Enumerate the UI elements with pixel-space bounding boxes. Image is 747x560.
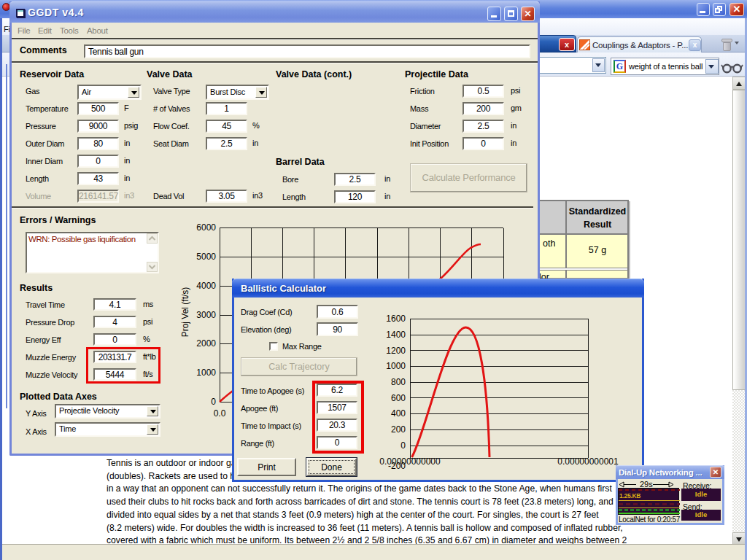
svg-text:1600: 1600 (386, 314, 406, 324)
svg-text:0: 0 (211, 397, 216, 407)
svg-text:3000: 3000 (196, 310, 216, 320)
svg-text:0: 0 (400, 440, 406, 451)
svg-text:0.0: 0.0 (214, 408, 226, 419)
svg-text:5000: 5000 (196, 252, 216, 262)
svg-text:1000: 1000 (196, 368, 216, 378)
svg-text:200: 200 (391, 424, 406, 435)
svg-text:Proj Vel (ft/s): Proj Vel (ft/s) (180, 287, 190, 338)
svg-text:1400: 1400 (386, 330, 406, 340)
svg-text:400: 400 (391, 408, 406, 419)
svg-text:4000: 4000 (196, 281, 216, 291)
svg-text:800: 800 (391, 377, 406, 387)
svg-text:6000: 6000 (196, 222, 216, 233)
svg-text:2000: 2000 (196, 338, 216, 349)
svg-text:1200: 1200 (386, 346, 406, 356)
svg-text:1000: 1000 (386, 361, 406, 371)
svg-text:600: 600 (391, 393, 406, 403)
